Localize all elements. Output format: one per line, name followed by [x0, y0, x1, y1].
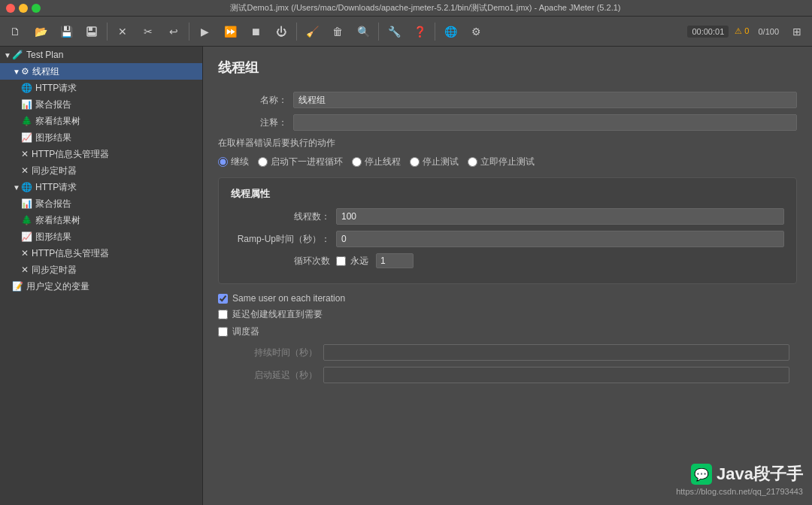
- radio-stop-test: 停止测试: [410, 156, 459, 168]
- warning-badge: ⚠ 0: [732, 25, 752, 38]
- graph-2-icon: 📈: [21, 231, 32, 242]
- titlebar: 测试Demo1.jmx (/Users/mac/Downloads/apache…: [0, 0, 812, 17]
- separator-3: [296, 23, 297, 41]
- radio-next-loop-label: 启动下一进程循环: [271, 156, 343, 168]
- function-button[interactable]: 🔧: [382, 20, 406, 44]
- sidebar-item-test-plan[interactable]: ▼ 🧪 Test Plan: [0, 47, 202, 63]
- sidebar: ▼ 🧪 Test Plan ▼ ⚙ 线程组 🌐 HTTP请求 📊 聚合报告 🌲 …: [0, 47, 203, 505]
- sidebar-item-http-req-group-2[interactable]: ▼ 🌐 HTTP请求: [0, 179, 202, 195]
- loop-label: 循环次数: [231, 255, 336, 268]
- start-button[interactable]: ▶: [192, 20, 217, 44]
- sidebar-item-report-1[interactable]: 📊 聚合报告: [0, 96, 202, 113]
- forever-checkbox[interactable]: [336, 256, 346, 266]
- sidebar-item-graph-2[interactable]: 📈 图形结果: [0, 228, 202, 245]
- save-alt-button[interactable]: [80, 20, 104, 44]
- undo-button[interactable]: ↩: [162, 20, 186, 44]
- stop-button[interactable]: ✕: [111, 20, 135, 44]
- svg-rect-2: [88, 32, 95, 35]
- startup-delay-input[interactable]: [323, 367, 789, 383]
- sidebar-item-http-header-1[interactable]: ✕ HTTP信息头管理器: [0, 146, 202, 162]
- sidebar-item-user-vars[interactable]: 📝 用户定义的变量: [0, 278, 202, 295]
- same-user-checkbox[interactable]: [218, 294, 228, 304]
- stop-run-button[interactable]: ⏹: [244, 20, 268, 44]
- sidebar-item-graph-1[interactable]: 📈 图形结果: [0, 129, 202, 146]
- clear-all-button[interactable]: 🗑: [326, 20, 350, 44]
- help-button[interactable]: ❓: [408, 20, 432, 44]
- open-button[interactable]: 📂: [29, 20, 53, 44]
- test-plan-label: Test Plan: [26, 50, 63, 60]
- name-label: 名称：: [218, 94, 293, 107]
- rampup-input[interactable]: [336, 231, 784, 247]
- tree-1-label: 察看结果树: [35, 115, 80, 128]
- thread-count-input[interactable]: [336, 208, 784, 225]
- thread-props-title: 线程属性: [231, 187, 784, 201]
- comment-input[interactable]: [293, 114, 797, 131]
- sidebar-item-http-header-2[interactable]: ✕ HTTP信息头管理器: [0, 245, 202, 262]
- user-vars-icon: 📝: [12, 281, 23, 292]
- run-timer: 00:00:01: [687, 26, 729, 38]
- delay-create-checkbox[interactable]: [218, 310, 228, 319]
- duration-label: 持续时间（秒）: [218, 346, 323, 359]
- radio-stop-test-label: 停止测试: [423, 156, 459, 168]
- toolbar: 🗋 📂 💾 ✕ ✂ ↩ ▶ ⏩ ⏹ ⏻ 🧹 🗑 🔍 🔧 ❓ 🌐 ⚙ 00:00:…: [0, 17, 812, 47]
- close-button[interactable]: [6, 4, 15, 13]
- delay-create-row: 延迟创建线程直到需要: [218, 308, 797, 321]
- sidebar-item-sync-timer-2[interactable]: ✕ 同步定时器: [0, 262, 202, 278]
- tree-toggle-thread[interactable]: ▼: [12, 68, 21, 76]
- radio-next-loop-input[interactable]: [258, 157, 268, 167]
- shutdown-button[interactable]: ⏻: [269, 20, 293, 44]
- name-row: 名称：: [218, 92, 797, 108]
- remote-button[interactable]: 🌐: [438, 20, 462, 44]
- loop-count-input[interactable]: [376, 253, 414, 268]
- comment-row: 注释：: [218, 114, 797, 131]
- radio-next-loop: 启动下一进程循环: [258, 156, 343, 168]
- clear-button[interactable]: 🧹: [300, 20, 324, 44]
- scheduler-checkbox[interactable]: [218, 327, 228, 337]
- new-button[interactable]: 🗋: [3, 20, 27, 44]
- tree-toggle[interactable]: ▼: [3, 51, 12, 59]
- sidebar-item-tree-2[interactable]: 🌲 察看结果树: [0, 212, 202, 228]
- radio-continue-input[interactable]: [218, 157, 228, 167]
- separator-4: [378, 23, 379, 41]
- start-no-pause-button[interactable]: ⏩: [218, 20, 242, 44]
- expand-button[interactable]: ⊞: [785, 20, 809, 44]
- same-user-label: Same user on each iteration: [232, 293, 345, 304]
- error-section-title: 在取样器错误后要执行的动作: [218, 137, 797, 150]
- same-user-row: Same user on each iteration: [218, 293, 797, 304]
- http-header-2-icon: ✕: [21, 248, 29, 259]
- svg-rect-1: [89, 27, 92, 31]
- radio-stop-test-input[interactable]: [410, 157, 420, 167]
- sidebar-item-report-2[interactable]: 📊 聚合报告: [0, 195, 202, 212]
- sync-timer-2-label: 同步定时器: [32, 264, 77, 277]
- duration-input[interactable]: [323, 344, 789, 361]
- search-toolbar-button[interactable]: 🔍: [351, 20, 375, 44]
- toolbar-status: 00:00:01 ⚠ 0 0/100 ⊞: [687, 20, 809, 44]
- duration-row: 持续时间（秒）: [218, 344, 797, 361]
- cut-button[interactable]: ✂: [136, 20, 160, 44]
- user-vars-label: 用户定义的变量: [26, 280, 89, 293]
- startup-delay-row: 启动延迟（秒）: [218, 367, 797, 383]
- tree-2-icon: 🌲: [21, 215, 32, 225]
- graph-1-label: 图形结果: [35, 132, 71, 144]
- name-input[interactable]: [293, 92, 797, 108]
- report-2-label: 聚合报告: [35, 198, 71, 210]
- tree-toggle-2[interactable]: ▼: [12, 183, 21, 192]
- sidebar-item-sync-timer-1[interactable]: ✕ 同步定时器: [0, 162, 202, 179]
- separator-2: [189, 23, 189, 41]
- radio-stop-thread: 停止线程: [352, 156, 401, 168]
- comment-label: 注释：: [218, 116, 293, 129]
- minimize-button[interactable]: [19, 4, 28, 13]
- report-icon: 📊: [21, 99, 32, 110]
- tree-icon: 🌲: [21, 116, 32, 126]
- report-1-label: 聚合报告: [35, 98, 71, 111]
- radio-stop-thread-input[interactable]: [352, 157, 362, 167]
- maximize-button[interactable]: [32, 4, 41, 13]
- save-button[interactable]: 💾: [54, 20, 78, 44]
- http-req-icon: 🌐: [21, 83, 32, 93]
- sidebar-item-thread-group[interactable]: ▼ ⚙ 线程组: [0, 63, 202, 80]
- radio-stop-now-input[interactable]: [468, 157, 477, 167]
- http-header-icon: ✕: [21, 149, 29, 159]
- sidebar-item-tree-1[interactable]: 🌲 察看结果树: [0, 113, 202, 129]
- sidebar-item-http-req-1[interactable]: 🌐 HTTP请求: [0, 80, 202, 96]
- settings-button[interactable]: ⚙: [464, 20, 488, 44]
